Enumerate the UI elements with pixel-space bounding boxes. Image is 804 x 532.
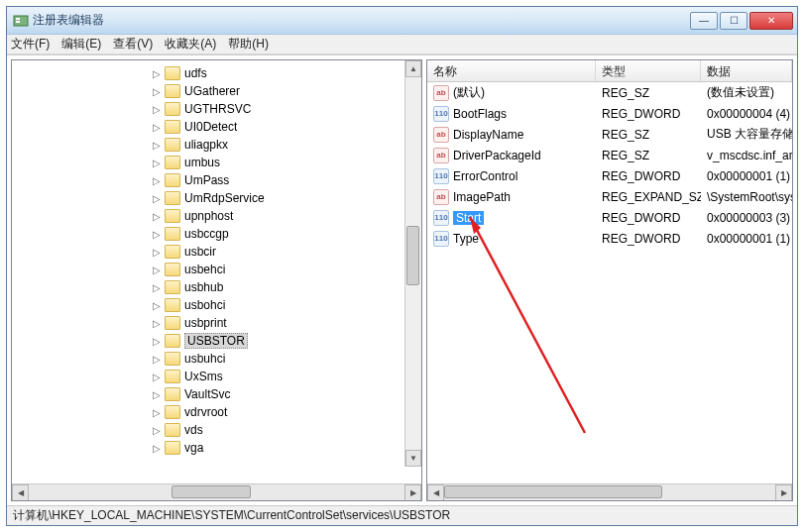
expand-icon[interactable]: ▷ — [151, 175, 163, 186]
tree-item[interactable]: ▷vga — [151, 439, 265, 457]
folder-icon — [165, 423, 180, 437]
expand-icon[interactable]: ▷ — [151, 354, 163, 365]
expand-icon[interactable]: ▷ — [151, 104, 163, 115]
list-row[interactable]: ab(默认)REG_SZ(数值未设置) — [427, 82, 792, 103]
tree-item[interactable]: ▷usbccgp — [151, 225, 265, 243]
tree-item[interactable]: ▷vds — [151, 421, 265, 439]
folder-icon — [165, 191, 180, 205]
expand-icon[interactable]: ▷ — [151, 389, 163, 400]
scroll-left-arrow[interactable]: ◀ — [12, 484, 29, 501]
list-row[interactable]: abDriverPackageIdREG_SZv_mscdsc.inf_amd6… — [427, 145, 792, 165]
expand-icon[interactable]: ▷ — [151, 425, 163, 436]
expand-icon[interactable]: ▷ — [151, 229, 163, 240]
status-path: 计算机\HKEY_LOCAL_MACHINE\SYSTEM\CurrentCon… — [13, 507, 450, 524]
expand-icon[interactable]: ▷ — [151, 407, 163, 418]
tree-item[interactable]: ▷UGTHRSVC — [151, 100, 265, 118]
maximize-button[interactable]: ☐ — [720, 12, 747, 30]
menu-help[interactable]: 帮助(H) — [228, 36, 269, 53]
tree-item[interactable]: ▷UI0Detect — [151, 118, 265, 136]
list-row[interactable]: 110BootFlagsREG_DWORD0x00000004 (4) — [427, 103, 792, 124]
tree-item[interactable]: ▷UmPass — [151, 171, 265, 189]
expand-icon[interactable]: ▷ — [151, 265, 163, 275]
reg-bin-icon: 110 — [433, 106, 449, 122]
tree-item[interactable]: ▷VaultSvc — [151, 385, 265, 403]
tree-item[interactable]: ▷UGatherer — [151, 82, 265, 100]
column-header-type[interactable]: 类型 — [596, 60, 701, 81]
scroll-thumb[interactable] — [406, 226, 419, 285]
expand-icon[interactable]: ▷ — [151, 372, 163, 382]
tree-item[interactable]: ▷usbhub — [151, 278, 265, 296]
menu-favorites[interactable]: 收藏夹(A) — [165, 36, 216, 53]
list-horizontal-scrollbar[interactable]: ◀ ▶ — [427, 483, 792, 500]
expand-icon[interactable]: ▷ — [151, 443, 163, 454]
expand-icon[interactable]: ▷ — [151, 68, 163, 79]
value-type: REG_DWORD — [596, 232, 701, 246]
folder-icon — [165, 227, 180, 241]
folder-icon — [165, 352, 180, 366]
column-header-name[interactable]: 名称 — [427, 60, 596, 81]
menu-bar: 文件(F) 编辑(E) 查看(V) 收藏夹(A) 帮助(H) — [7, 35, 797, 54]
list-row[interactable]: abImagePathREG_EXPAND_SZ\SystemRoot\syst… — [427, 186, 792, 207]
value-name: Type — [453, 232, 479, 246]
tree-viewport[interactable]: ▷udfs▷UGatherer▷UGTHRSVC▷UI0Detect▷uliag… — [12, 60, 421, 483]
title-bar[interactable]: 注册表编辑器 — ☐ ✕ — [7, 7, 797, 35]
expand-icon[interactable]: ▷ — [151, 158, 163, 168]
folder-icon — [165, 173, 180, 187]
scroll-right-arrow[interactable]: ▶ — [404, 484, 421, 501]
column-header-data[interactable]: 数据 — [701, 60, 792, 81]
scroll-thumb[interactable] — [172, 485, 251, 498]
minimize-button[interactable]: — — [690, 12, 718, 30]
tree-item-label: umbus — [184, 156, 220, 169]
reg-bin-icon: 110 — [433, 231, 449, 247]
tree-item[interactable]: ▷usbehci — [151, 261, 265, 278]
expand-icon[interactable]: ▷ — [151, 193, 163, 204]
tree-item[interactable]: ▷vdrvroot — [151, 403, 265, 421]
expand-icon[interactable]: ▷ — [151, 300, 163, 311]
tree-vertical-scrollbar[interactable]: ▲ ▼ — [404, 60, 421, 467]
scroll-down-arrow[interactable]: ▼ — [405, 450, 421, 467]
tree-item[interactable]: ▷UxSms — [151, 368, 265, 385]
list-body[interactable]: ab(默认)REG_SZ(数值未设置)110BootFlagsREG_DWORD… — [427, 82, 792, 483]
value-data: 0x00000001 (1) — [701, 169, 792, 183]
close-button[interactable]: ✕ — [749, 12, 793, 30]
tree-item[interactable]: ▷UmRdpService — [151, 189, 265, 207]
expand-icon[interactable]: ▷ — [151, 140, 163, 151]
menu-view[interactable]: 查看(V) — [113, 36, 153, 53]
list-row[interactable]: 110StartREG_DWORD0x00000003 (3) — [427, 207, 792, 228]
tree-item[interactable]: ▷umbus — [151, 154, 265, 171]
tree-item[interactable]: ▷udfs — [151, 64, 265, 82]
tree-item[interactable]: ▷uliagpkx — [151, 136, 265, 154]
scroll-up-arrow[interactable]: ▲ — [405, 60, 421, 77]
tree-item[interactable]: ▷usbuhci — [151, 350, 265, 368]
list-row[interactable]: abDisplayNameREG_SZUSB 大容量存储驱动程序 — [427, 124, 792, 145]
tree-item-label: UmRdpService — [184, 191, 265, 205]
tree-item[interactable]: ▷usbcir — [151, 243, 265, 261]
expand-icon[interactable]: ▷ — [151, 211, 163, 222]
value-data: 0x00000001 (1) — [701, 232, 792, 246]
expand-icon[interactable]: ▷ — [151, 318, 163, 329]
tree-item-label: usbehci — [184, 263, 225, 276]
expand-icon[interactable]: ▷ — [151, 86, 163, 97]
scroll-right-arrow[interactable]: ▶ — [775, 484, 792, 501]
list-row[interactable]: 110TypeREG_DWORD0x00000001 (1) — [427, 228, 792, 249]
value-name: ErrorControl — [453, 169, 517, 183]
tree-item-label: usbohci — [184, 298, 225, 312]
value-name: Start — [453, 211, 484, 225]
tree-horizontal-scrollbar[interactable]: ◀ ▶ — [12, 483, 421, 500]
menu-edit[interactable]: 编辑(E) — [61, 36, 101, 53]
tree-item[interactable]: ▷usbprint — [151, 314, 265, 332]
expand-icon[interactable]: ▷ — [151, 336, 163, 347]
expand-icon[interactable]: ▷ — [151, 247, 163, 258]
expand-icon[interactable]: ▷ — [151, 122, 163, 133]
value-type: REG_DWORD — [596, 169, 701, 183]
tree-item[interactable]: ▷USBSTOR — [151, 332, 265, 350]
tree-item[interactable]: ▷upnphost — [151, 207, 265, 225]
list-row[interactable]: 110ErrorControlREG_DWORD0x00000001 (1) — [427, 165, 792, 186]
menu-file[interactable]: 文件(F) — [11, 36, 50, 53]
window-title: 注册表编辑器 — [33, 12, 690, 29]
tree-item[interactable]: ▷usbohci — [151, 296, 265, 314]
scroll-thumb[interactable] — [444, 485, 662, 498]
expand-icon[interactable]: ▷ — [151, 282, 163, 293]
values-pane: 名称 类型 数据 ab(默认)REG_SZ(数值未设置)110BootFlags… — [426, 59, 793, 501]
scroll-left-arrow[interactable]: ◀ — [427, 484, 444, 501]
